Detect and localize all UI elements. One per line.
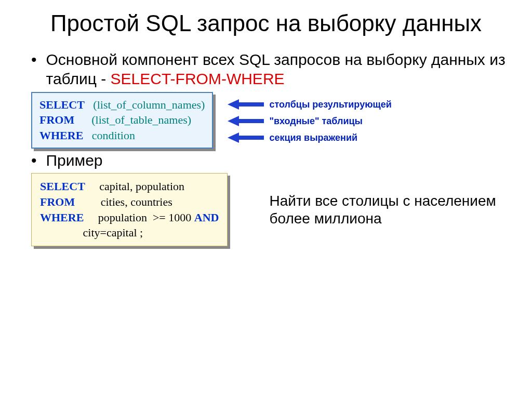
svg-marker-1 <box>228 116 264 126</box>
example-description: Найти все столицы с населением более мил… <box>269 192 506 227</box>
arrow-label-2: "входные" таблицы <box>269 116 363 127</box>
arrow-left-icon <box>228 115 264 127</box>
ex-val-where2: city=capital ; <box>83 226 143 239</box>
bullet-dot: • <box>31 50 37 89</box>
ex-kw-select: SELECT <box>40 180 85 193</box>
ex-kw-from: FROM <box>40 195 75 208</box>
arrow-line-2: "входные" таблицы <box>228 113 391 129</box>
arrow-line-3: секция выражений <box>228 129 391 146</box>
main-bullet: • Основной компонент всех SQL запросов н… <box>26 50 506 89</box>
slide-title: Простой SQL запрос на выборку данных <box>26 10 506 37</box>
ex-kw-and: AND <box>194 211 219 224</box>
val-where: condition <box>92 129 135 142</box>
arrow-line-1: столбцы результирующей <box>228 96 391 113</box>
val-select: (list_of_column_names) <box>93 98 205 111</box>
main-bullet-text: Основной компонент всех SQL запросов на … <box>46 50 506 89</box>
bullet-red: SELECT-FROM-WHERE <box>111 70 285 87</box>
example-label: Пример <box>46 151 506 170</box>
ex-val-from: cities, countries <box>101 195 172 208</box>
kw-from: FROM <box>39 113 74 126</box>
ex-val-select: capital, population <box>99 180 184 193</box>
arrow-label-1: столбцы результирующей <box>269 99 391 110</box>
arrows-block: столбцы результирующей "входные" таблицы… <box>228 96 391 146</box>
svg-marker-2 <box>228 132 264 143</box>
example-bullet: • Пример <box>26 151 506 170</box>
val-from: (list_of_table_names) <box>91 113 191 126</box>
arrow-left-icon <box>228 98 264 111</box>
arrow-label-3: секция выражений <box>269 132 357 143</box>
ex-kw-where: WHERE <box>40 211 84 224</box>
bullet-dot: • <box>31 151 37 170</box>
sql-example-box: SELECT capital, population FROM cities, … <box>31 173 228 246</box>
kw-select: SELECT <box>39 98 85 111</box>
sql-template-box: SELECT (list_of_column_names) FROM (list… <box>31 92 213 149</box>
ex-val-where1: population >= 1000 <box>98 211 194 224</box>
svg-marker-0 <box>228 99 264 110</box>
template-row: SELECT (list_of_column_names) FROM (list… <box>26 92 506 149</box>
kw-where: WHERE <box>39 129 83 142</box>
example-row: SELECT capital, population FROM cities, … <box>26 173 506 246</box>
arrow-left-icon <box>228 131 264 144</box>
slide-content: Простой SQL запрос на выборку данных • О… <box>0 0 532 399</box>
